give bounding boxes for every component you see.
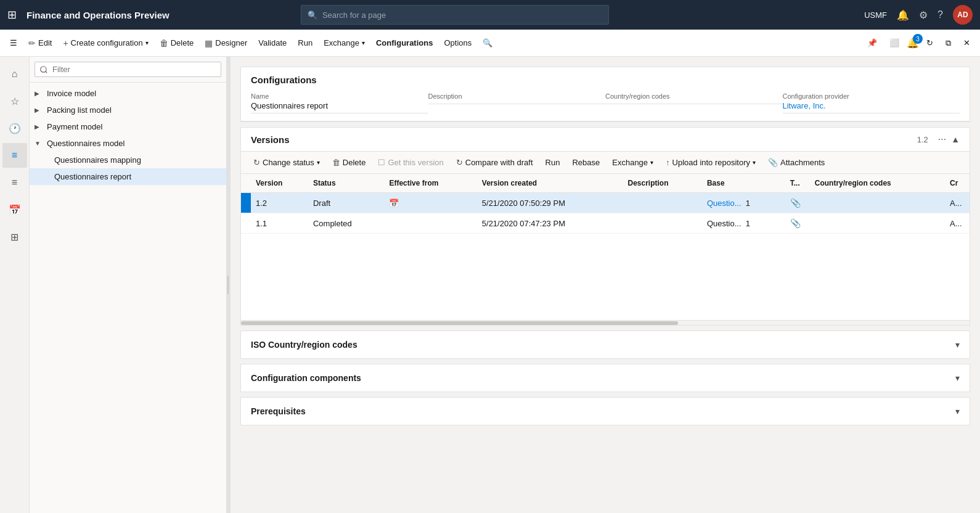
base-num: 1: [746, 199, 750, 208]
sidebar-item-questionnaires-report[interactable]: Questionnaires report: [30, 168, 226, 185]
cell-status: Completed: [308, 213, 385, 234]
configurations-button[interactable]: Configurations: [371, 36, 438, 50]
versions-scrollbar[interactable]: [241, 320, 970, 325]
config-provider-value[interactable]: Litware, Inc.: [783, 101, 960, 113]
sidebar-item-label: Payment model: [47, 122, 102, 131]
col-country-codes-header[interactable]: Country/region codes: [810, 174, 945, 193]
cell-version-created: 5/21/2020 07:50:29 PM: [477, 193, 623, 213]
validate-button[interactable]: Validate: [253, 36, 292, 50]
notification-icon[interactable]: 🔔: [897, 9, 909, 21]
base-link[interactable]: Questio...: [707, 199, 741, 208]
cell-version: 1.2: [251, 193, 308, 213]
col-base-header[interactable]: Base: [702, 174, 785, 193]
sidebar-item-label: Questionnaires mapping: [54, 155, 141, 165]
nav-calendar-button[interactable]: 📅: [2, 197, 27, 222]
config-provider-label: Configuration provider: [783, 92, 960, 100]
prerequisites-title: Prerequisites: [251, 406, 955, 416]
change-status-button[interactable]: ↻ Change status ▾: [248, 155, 325, 170]
delete-button[interactable]: 🗑 Delete: [155, 36, 199, 51]
exchange-button[interactable]: Exchange ▾: [319, 36, 370, 50]
help-icon[interactable]: ?: [937, 9, 943, 20]
sidebar-item-payment-model[interactable]: ▶ Payment model: [30, 118, 226, 135]
settings-icon[interactable]: ⚙: [919, 9, 928, 21]
icon-nav: ⌂ ☆ 🕐 ≡ ≡ 📅 ⊞: [0, 57, 30, 513]
config-name-label: Name: [251, 92, 428, 100]
content-area: Configurations Name Questionnaires repor…: [231, 57, 980, 513]
pin-button[interactable]: 📌: [862, 36, 882, 50]
col-cr-header[interactable]: Cr: [945, 174, 970, 193]
grid-icon[interactable]: ⊞: [7, 8, 17, 22]
close-button[interactable]: ✕: [958, 36, 975, 50]
col-description-header[interactable]: Description: [623, 174, 702, 193]
search-bar[interactable]: 🔍: [301, 5, 609, 25]
nav-filter-button[interactable]: ≡: [2, 143, 27, 168]
nav-favorites-button[interactable]: ☆: [2, 89, 27, 113]
cell-base: Questio... 1: [702, 193, 785, 213]
edit-button[interactable]: ✏ Edit: [23, 36, 57, 51]
view-button[interactable]: ⬜: [884, 36, 904, 50]
sidebar-item-packing-list-model[interactable]: ▶ Packing list model: [30, 102, 226, 118]
prerequisites-header[interactable]: Prerequisites ▾: [241, 398, 970, 425]
table-row[interactable]: 1.2 Draft 📅 5/21/2020 07:50:29 PM Questi…: [241, 193, 970, 213]
config-components-header[interactable]: Configuration components ▾: [241, 364, 970, 392]
col-status-header[interactable]: Status: [308, 174, 385, 193]
sidebar-item-label: Packing list model: [47, 105, 112, 115]
config-components-section: Configuration components ▾: [240, 364, 970, 392]
hamburger-button[interactable]: ☰: [5, 36, 22, 50]
col-t-header[interactable]: T...: [785, 174, 810, 193]
top-bar: ⊞ Finance and Operations Preview 🔍 USMF …: [0, 0, 980, 30]
sidebar-item-questionnaires-mapping[interactable]: Questionnaires mapping: [30, 152, 226, 168]
attachments-icon: 📎: [768, 158, 778, 167]
iso-section-header[interactable]: ISO Country/region codes ▾: [241, 331, 970, 358]
config-country-field: Country/region codes: [605, 92, 783, 116]
get-this-version-button[interactable]: ☐ Get this version: [373, 155, 448, 170]
versions-table-container[interactable]: Version Status Effective from Version cr…: [241, 174, 970, 234]
config-name-field: Name Questionnaires report: [251, 92, 428, 116]
search-action-icon: 🔍: [483, 38, 492, 47]
attachments-button[interactable]: 📎 Attachments: [763, 155, 830, 170]
create-configuration-button[interactable]: + Create configuration ▾: [58, 36, 153, 51]
notification-count: 3: [913, 34, 923, 44]
nav-home-button[interactable]: ⌂: [2, 62, 27, 86]
cell-effective-from: 📅: [384, 193, 476, 213]
row-indicator: [241, 193, 251, 213]
run-button[interactable]: Run: [293, 36, 317, 50]
options-button[interactable]: Options: [439, 36, 476, 50]
search-action-button[interactable]: 🔍: [478, 36, 497, 50]
expand-icon: ▶: [35, 107, 44, 113]
search-input[interactable]: [322, 10, 602, 20]
col-version-header[interactable]: Version: [251, 174, 308, 193]
hamburger-icon: ☰: [10, 38, 17, 47]
versions-more-button[interactable]: ···: [938, 134, 946, 145]
table-row[interactable]: 1.1 Completed 5/21/2020 07:47:23 PM Ques…: [241, 213, 970, 234]
nav-recent-button[interactable]: 🕐: [2, 116, 27, 141]
versions-scroll-thumb[interactable]: [241, 321, 678, 325]
nav-list-button[interactable]: ≡: [2, 170, 27, 195]
col-effective-from-header[interactable]: Effective from: [384, 174, 476, 193]
versions-delete-button[interactable]: 🗑 Delete: [327, 155, 371, 170]
upload-into-repository-button[interactable]: ↑ Upload into repository ▾: [661, 155, 761, 170]
sidebar-splitter[interactable]: [227, 57, 231, 513]
configurations-section-title: Configurations: [251, 75, 960, 85]
versions-toolbar: ↻ Change status ▾ 🗑 Delete ☐ Get this ve…: [241, 152, 970, 174]
notification-badge[interactable]: 🔔 3: [907, 37, 919, 49]
versions-exchange-button[interactable]: Exchange ▾: [607, 155, 658, 170]
exchange-versions-dropdown-icon: ▾: [650, 159, 653, 166]
cell-country-codes: [810, 213, 945, 234]
refresh-button[interactable]: ↻: [921, 36, 938, 50]
nav-modules-button[interactable]: ⊞: [2, 224, 27, 249]
versions-collapse-button[interactable]: ▲: [951, 134, 960, 144]
rebase-button[interactable]: Rebase: [567, 155, 605, 170]
sidebar-item-invoice-model[interactable]: ▶ Invoice model: [30, 85, 226, 102]
sidebar-item-questionnaires-model[interactable]: ▼ Questionnaires model: [30, 135, 226, 152]
filter-input[interactable]: [35, 62, 221, 77]
compare-with-draft-button[interactable]: ↻ Compare with draft: [451, 155, 538, 170]
col-version-created-header[interactable]: Version created: [477, 174, 623, 193]
open-in-new-button[interactable]: ⧉: [941, 36, 956, 51]
versions-run-button[interactable]: Run: [541, 155, 565, 170]
user-avatar[interactable]: AD: [953, 5, 973, 25]
versions-table: Version Status Effective from Version cr…: [241, 174, 970, 234]
designer-button[interactable]: ▦ Designer: [200, 36, 252, 51]
config-description-label: Description: [428, 92, 606, 100]
designer-icon: ▦: [205, 38, 213, 48]
